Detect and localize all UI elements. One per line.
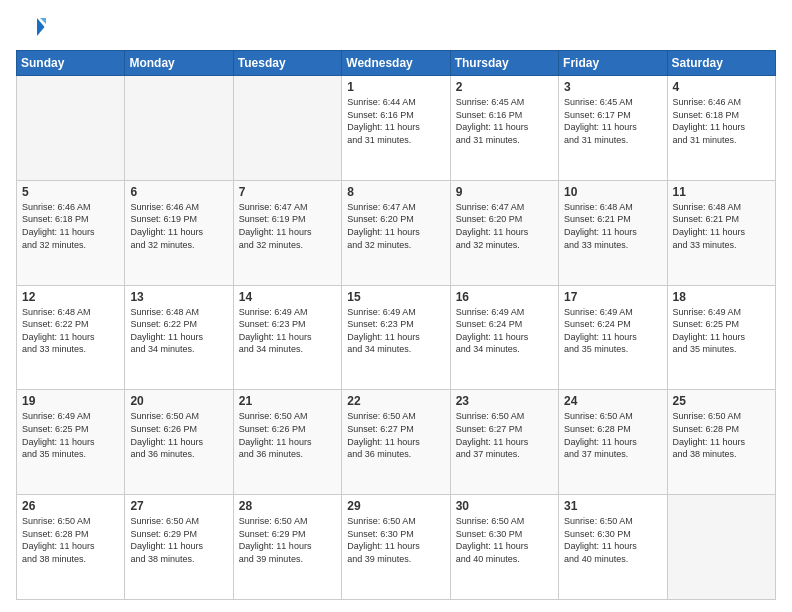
day-number: 2: [456, 80, 553, 94]
calendar-cell: 14Sunrise: 6:49 AM Sunset: 6:23 PM Dayli…: [233, 285, 341, 390]
header: [16, 12, 776, 42]
day-info: Sunrise: 6:44 AM Sunset: 6:16 PM Dayligh…: [347, 96, 444, 146]
calendar-cell: 10Sunrise: 6:48 AM Sunset: 6:21 PM Dayli…: [559, 180, 667, 285]
calendar-cell: 26Sunrise: 6:50 AM Sunset: 6:28 PM Dayli…: [17, 495, 125, 600]
calendar-cell: 25Sunrise: 6:50 AM Sunset: 6:28 PM Dayli…: [667, 390, 775, 495]
calendar-cell: 13Sunrise: 6:48 AM Sunset: 6:22 PM Dayli…: [125, 285, 233, 390]
calendar-cell: 9Sunrise: 6:47 AM Sunset: 6:20 PM Daylig…: [450, 180, 558, 285]
day-info: Sunrise: 6:46 AM Sunset: 6:18 PM Dayligh…: [22, 201, 119, 251]
calendar-cell: 27Sunrise: 6:50 AM Sunset: 6:29 PM Dayli…: [125, 495, 233, 600]
day-number: 23: [456, 394, 553, 408]
calendar-cell: 4Sunrise: 6:46 AM Sunset: 6:18 PM Daylig…: [667, 76, 775, 181]
day-info: Sunrise: 6:47 AM Sunset: 6:20 PM Dayligh…: [456, 201, 553, 251]
day-number: 20: [130, 394, 227, 408]
day-number: 12: [22, 290, 119, 304]
day-number: 3: [564, 80, 661, 94]
weekday-header-friday: Friday: [559, 51, 667, 76]
calendar-cell: 18Sunrise: 6:49 AM Sunset: 6:25 PM Dayli…: [667, 285, 775, 390]
day-number: 6: [130, 185, 227, 199]
weekday-header-sunday: Sunday: [17, 51, 125, 76]
calendar-cell: 30Sunrise: 6:50 AM Sunset: 6:30 PM Dayli…: [450, 495, 558, 600]
day-info: Sunrise: 6:47 AM Sunset: 6:20 PM Dayligh…: [347, 201, 444, 251]
day-number: 14: [239, 290, 336, 304]
day-number: 24: [564, 394, 661, 408]
day-info: Sunrise: 6:49 AM Sunset: 6:25 PM Dayligh…: [22, 410, 119, 460]
week-row-4: 19Sunrise: 6:49 AM Sunset: 6:25 PM Dayli…: [17, 390, 776, 495]
day-number: 29: [347, 499, 444, 513]
weekday-header-wednesday: Wednesday: [342, 51, 450, 76]
calendar-cell: 6Sunrise: 6:46 AM Sunset: 6:19 PM Daylig…: [125, 180, 233, 285]
day-info: Sunrise: 6:50 AM Sunset: 6:30 PM Dayligh…: [564, 515, 661, 565]
page: SundayMondayTuesdayWednesdayThursdayFrid…: [0, 0, 792, 612]
day-number: 10: [564, 185, 661, 199]
day-number: 7: [239, 185, 336, 199]
calendar-cell: 3Sunrise: 6:45 AM Sunset: 6:17 PM Daylig…: [559, 76, 667, 181]
day-info: Sunrise: 6:50 AM Sunset: 6:30 PM Dayligh…: [347, 515, 444, 565]
day-number: 28: [239, 499, 336, 513]
day-number: 9: [456, 185, 553, 199]
day-info: Sunrise: 6:50 AM Sunset: 6:27 PM Dayligh…: [347, 410, 444, 460]
calendar-cell: 24Sunrise: 6:50 AM Sunset: 6:28 PM Dayli…: [559, 390, 667, 495]
day-info: Sunrise: 6:45 AM Sunset: 6:16 PM Dayligh…: [456, 96, 553, 146]
calendar-cell: 22Sunrise: 6:50 AM Sunset: 6:27 PM Dayli…: [342, 390, 450, 495]
day-info: Sunrise: 6:50 AM Sunset: 6:26 PM Dayligh…: [239, 410, 336, 460]
week-row-5: 26Sunrise: 6:50 AM Sunset: 6:28 PM Dayli…: [17, 495, 776, 600]
day-info: Sunrise: 6:50 AM Sunset: 6:28 PM Dayligh…: [564, 410, 661, 460]
day-info: Sunrise: 6:45 AM Sunset: 6:17 PM Dayligh…: [564, 96, 661, 146]
day-info: Sunrise: 6:50 AM Sunset: 6:29 PM Dayligh…: [239, 515, 336, 565]
day-number: 5: [22, 185, 119, 199]
day-number: 18: [673, 290, 770, 304]
day-number: 4: [673, 80, 770, 94]
calendar-cell: 1Sunrise: 6:44 AM Sunset: 6:16 PM Daylig…: [342, 76, 450, 181]
calendar-cell: 28Sunrise: 6:50 AM Sunset: 6:29 PM Dayli…: [233, 495, 341, 600]
day-info: Sunrise: 6:50 AM Sunset: 6:30 PM Dayligh…: [456, 515, 553, 565]
day-info: Sunrise: 6:48 AM Sunset: 6:21 PM Dayligh…: [673, 201, 770, 251]
day-info: Sunrise: 6:50 AM Sunset: 6:29 PM Dayligh…: [130, 515, 227, 565]
weekday-header-saturday: Saturday: [667, 51, 775, 76]
day-info: Sunrise: 6:47 AM Sunset: 6:19 PM Dayligh…: [239, 201, 336, 251]
calendar-cell: 21Sunrise: 6:50 AM Sunset: 6:26 PM Dayli…: [233, 390, 341, 495]
calendar-cell: 16Sunrise: 6:49 AM Sunset: 6:24 PM Dayli…: [450, 285, 558, 390]
calendar-cell: 15Sunrise: 6:49 AM Sunset: 6:23 PM Dayli…: [342, 285, 450, 390]
weekday-header-monday: Monday: [125, 51, 233, 76]
day-number: 8: [347, 185, 444, 199]
logo: [16, 12, 50, 42]
day-info: Sunrise: 6:49 AM Sunset: 6:23 PM Dayligh…: [347, 306, 444, 356]
week-row-3: 12Sunrise: 6:48 AM Sunset: 6:22 PM Dayli…: [17, 285, 776, 390]
calendar-cell: [17, 76, 125, 181]
calendar-cell: 20Sunrise: 6:50 AM Sunset: 6:26 PM Dayli…: [125, 390, 233, 495]
day-number: 11: [673, 185, 770, 199]
day-number: 19: [22, 394, 119, 408]
day-info: Sunrise: 6:49 AM Sunset: 6:25 PM Dayligh…: [673, 306, 770, 356]
day-info: Sunrise: 6:49 AM Sunset: 6:23 PM Dayligh…: [239, 306, 336, 356]
day-number: 15: [347, 290, 444, 304]
calendar-cell: 5Sunrise: 6:46 AM Sunset: 6:18 PM Daylig…: [17, 180, 125, 285]
day-info: Sunrise: 6:50 AM Sunset: 6:28 PM Dayligh…: [673, 410, 770, 460]
day-number: 1: [347, 80, 444, 94]
day-number: 30: [456, 499, 553, 513]
day-info: Sunrise: 6:50 AM Sunset: 6:26 PM Dayligh…: [130, 410, 227, 460]
day-number: 27: [130, 499, 227, 513]
weekday-header-row: SundayMondayTuesdayWednesdayThursdayFrid…: [17, 51, 776, 76]
day-info: Sunrise: 6:50 AM Sunset: 6:28 PM Dayligh…: [22, 515, 119, 565]
day-info: Sunrise: 6:48 AM Sunset: 6:22 PM Dayligh…: [22, 306, 119, 356]
day-info: Sunrise: 6:48 AM Sunset: 6:21 PM Dayligh…: [564, 201, 661, 251]
calendar-cell: 12Sunrise: 6:48 AM Sunset: 6:22 PM Dayli…: [17, 285, 125, 390]
calendar-cell: 8Sunrise: 6:47 AM Sunset: 6:20 PM Daylig…: [342, 180, 450, 285]
day-number: 25: [673, 394, 770, 408]
day-number: 22: [347, 394, 444, 408]
week-row-1: 1Sunrise: 6:44 AM Sunset: 6:16 PM Daylig…: [17, 76, 776, 181]
calendar-cell: 2Sunrise: 6:45 AM Sunset: 6:16 PM Daylig…: [450, 76, 558, 181]
day-number: 16: [456, 290, 553, 304]
day-number: 21: [239, 394, 336, 408]
calendar-cell: 19Sunrise: 6:49 AM Sunset: 6:25 PM Dayli…: [17, 390, 125, 495]
calendar-cell: 11Sunrise: 6:48 AM Sunset: 6:21 PM Dayli…: [667, 180, 775, 285]
weekday-header-tuesday: Tuesday: [233, 51, 341, 76]
calendar-cell: 29Sunrise: 6:50 AM Sunset: 6:30 PM Dayli…: [342, 495, 450, 600]
calendar-cell: [667, 495, 775, 600]
calendar-cell: [233, 76, 341, 181]
calendar-cell: 23Sunrise: 6:50 AM Sunset: 6:27 PM Dayli…: [450, 390, 558, 495]
day-info: Sunrise: 6:50 AM Sunset: 6:27 PM Dayligh…: [456, 410, 553, 460]
day-info: Sunrise: 6:48 AM Sunset: 6:22 PM Dayligh…: [130, 306, 227, 356]
day-number: 13: [130, 290, 227, 304]
